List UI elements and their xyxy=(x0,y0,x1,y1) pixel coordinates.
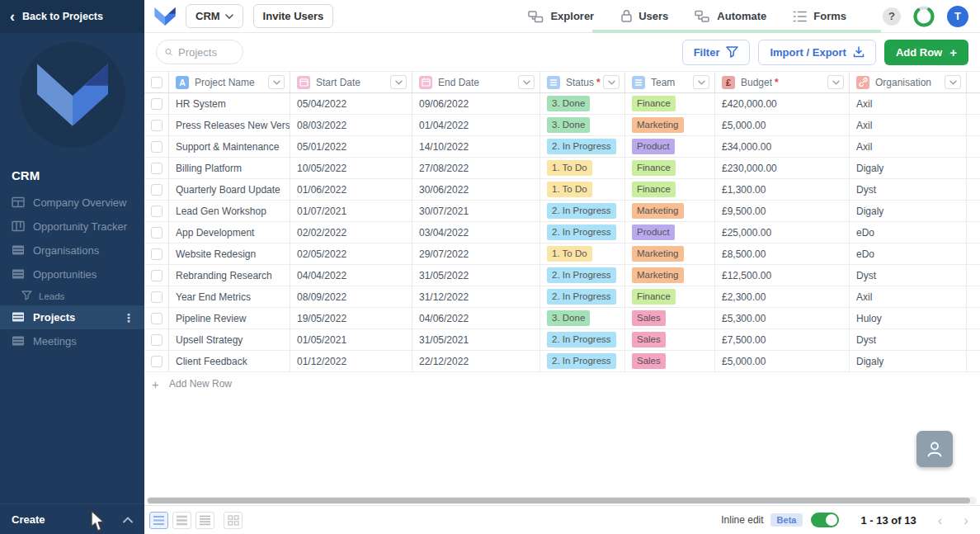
row-checkbox[interactable] xyxy=(151,248,163,260)
cell-project-name[interactable]: Billing Platform xyxy=(169,158,290,178)
cell-organisation[interactable]: Axil xyxy=(850,93,967,114)
column-menu-button[interactable] xyxy=(268,75,285,89)
row-checkbox[interactable] xyxy=(151,184,163,196)
column-menu-button[interactable] xyxy=(693,75,709,89)
cell-team[interactable]: Finance xyxy=(625,179,715,200)
cell-status[interactable]: 1. To Do xyxy=(540,179,625,200)
invite-users-button[interactable]: Invite Users xyxy=(253,4,334,28)
cell-organisation[interactable]: Axil xyxy=(850,286,967,307)
cell-status[interactable]: 2. In Progress xyxy=(540,286,625,307)
cell-end-date[interactable]: 31/05/2022 xyxy=(412,265,540,286)
column-header-start-date[interactable]: Start Date xyxy=(290,72,412,92)
cell-team[interactable]: Sales xyxy=(625,308,715,328)
cell-status[interactable]: 2. In Progress xyxy=(540,136,625,157)
row-checkbox[interactable] xyxy=(151,163,163,174)
cell-start-date[interactable]: 02/05/2022 xyxy=(290,243,412,264)
cell-team[interactable]: Finance xyxy=(625,158,715,178)
cell-status[interactable]: 3. Done xyxy=(540,115,625,135)
progress-ring-icon[interactable] xyxy=(912,5,935,28)
sidebar-item-meetings[interactable]: Meetings xyxy=(0,329,144,353)
cell-end-date[interactable]: 09/06/2022 xyxy=(412,93,540,114)
row-checkbox[interactable] xyxy=(151,291,163,303)
cell-end-date[interactable]: 31/05/2021 xyxy=(412,329,540,350)
cell-organisation[interactable]: Dyst xyxy=(850,329,967,350)
cell-status[interactable]: 1. To Do xyxy=(540,243,625,264)
collaborator-button[interactable] xyxy=(916,431,953,467)
row-checkbox[interactable] xyxy=(151,334,163,346)
stack-switcher-button[interactable]: CRM xyxy=(186,4,243,28)
cell-budget[interactable]: £9,500.00 xyxy=(715,201,850,221)
cell-start-date[interactable]: 01/05/2021 xyxy=(290,329,412,350)
cell-team[interactable]: Marketing xyxy=(625,201,715,221)
cell-project-name[interactable]: Year End Metrics xyxy=(169,286,290,307)
cell-project-name[interactable]: Pipeline Review xyxy=(169,308,290,328)
row-checkbox[interactable] xyxy=(151,141,163,153)
cell-end-date[interactable]: 31/12/2022 xyxy=(412,286,540,307)
cell-project-name[interactable]: Lead Gen Workshop xyxy=(169,201,290,221)
cell-team[interactable]: Marketing xyxy=(625,115,715,135)
sidebar-item-organisations[interactable]: Organisations xyxy=(0,239,144,262)
grid-view-button[interactable] xyxy=(224,512,243,529)
cell-project-name[interactable]: App Development xyxy=(169,222,290,243)
cell-start-date[interactable]: 01/07/2021 xyxy=(290,201,412,221)
cell-status[interactable]: 1. To Do xyxy=(540,158,625,178)
cell-budget[interactable]: £7,500.00 xyxy=(715,329,850,350)
cell-budget[interactable]: £8,500.00 xyxy=(715,243,850,264)
create-button[interactable]: Create xyxy=(0,504,144,534)
row-checkbox[interactable] xyxy=(151,356,163,367)
cell-team[interactable]: Product xyxy=(625,222,715,243)
column-header-project-name[interactable]: AProject Name xyxy=(169,72,290,92)
row-height-short-button[interactable] xyxy=(149,512,168,529)
cell-project-name[interactable]: Client Feedback xyxy=(169,351,290,371)
cell-team[interactable]: Marketing xyxy=(625,265,715,286)
cell-organisation[interactable]: Dyst xyxy=(850,179,967,200)
cell-start-date[interactable]: 01/12/2022 xyxy=(290,351,412,371)
cell-organisation[interactable]: Digaly xyxy=(850,351,967,371)
sidebar-item-opportunities[interactable]: Opportunities xyxy=(0,262,144,286)
cell-end-date[interactable]: 14/10/2022 xyxy=(412,136,540,157)
cell-start-date[interactable]: 05/04/2022 xyxy=(290,93,412,114)
cell-start-date[interactable]: 10/05/2022 xyxy=(290,158,412,178)
cell-organisation[interactable]: Digaly xyxy=(850,201,967,221)
cell-budget[interactable]: £5,000.00 xyxy=(715,351,850,371)
add-row-button[interactable]: Add Row + xyxy=(884,40,968,65)
cell-team[interactable]: Product xyxy=(625,136,715,157)
row-checkbox[interactable] xyxy=(151,270,163,281)
cell-status[interactable]: 3. Done xyxy=(540,93,625,114)
cell-organisation[interactable]: Digaly xyxy=(850,158,967,178)
cell-end-date[interactable]: 30/07/2021 xyxy=(412,201,540,221)
cell-start-date[interactable]: 08/09/2022 xyxy=(290,286,412,307)
cell-project-name[interactable]: Press Releases New Version xyxy=(169,115,290,135)
cell-end-date[interactable]: 30/06/2022 xyxy=(412,179,540,200)
cell-end-date[interactable]: 01/04/2022 xyxy=(412,115,540,135)
cell-budget[interactable]: £1,300.00 xyxy=(715,179,850,200)
nav-item-forms[interactable]: Forms xyxy=(793,10,846,23)
sidebar-item-leads[interactable]: Leads xyxy=(0,286,144,305)
column-menu-button[interactable] xyxy=(390,75,407,89)
cell-budget[interactable]: £12,500.00 xyxy=(715,265,850,286)
cell-start-date[interactable]: 05/01/2022 xyxy=(290,136,412,157)
cell-team[interactable]: Finance xyxy=(625,286,715,307)
row-checkbox[interactable] xyxy=(151,313,163,324)
cell-organisation[interactable]: Axil xyxy=(850,136,967,157)
cell-project-name[interactable]: HR System xyxy=(169,93,290,114)
next-page-button[interactable]: › xyxy=(964,513,968,527)
cell-status[interactable]: 2. In Progress xyxy=(540,351,625,371)
scrollbar-thumb[interactable] xyxy=(148,498,970,503)
cell-organisation[interactable]: eDo xyxy=(850,222,967,243)
search-input[interactable] xyxy=(178,46,234,59)
sidebar-item-company-overview[interactable]: Company Overview xyxy=(0,191,144,215)
cell-team[interactable]: Finance xyxy=(625,93,715,114)
nav-item-automate[interactable]: Automate xyxy=(695,10,766,23)
cell-start-date[interactable]: 01/06/2022 xyxy=(290,179,412,200)
column-menu-button[interactable] xyxy=(603,75,620,89)
column-header-end-date[interactable]: End Date xyxy=(412,72,540,92)
column-header-team[interactable]: Team xyxy=(625,72,715,92)
cell-project-name[interactable]: Quarterly Board Update xyxy=(169,179,290,200)
cell-status[interactable]: 2. In Progress xyxy=(540,265,625,286)
help-button[interactable]: ? xyxy=(883,7,901,26)
cell-end-date[interactable]: 22/12/2022 xyxy=(412,351,540,371)
column-header-status[interactable]: Status* xyxy=(540,72,625,92)
import-export-button[interactable]: Import / Export xyxy=(758,40,875,65)
view-search[interactable] xyxy=(156,40,243,64)
